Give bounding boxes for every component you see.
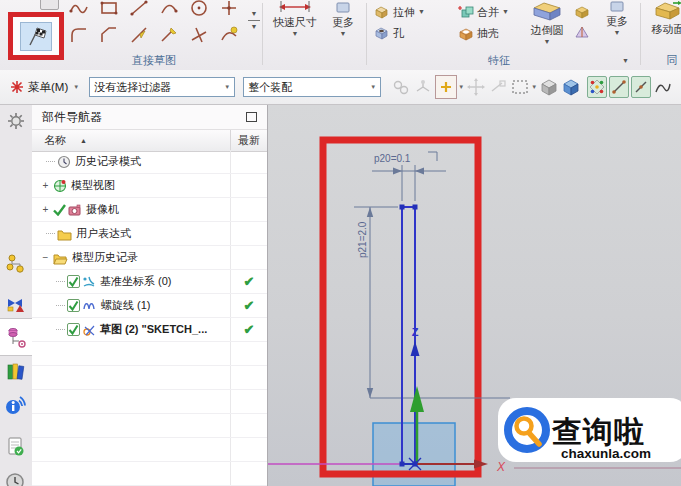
tree-item-cameras[interactable]: + 摄像机 — [32, 198, 267, 222]
endpoint-line-icon — [611, 79, 627, 95]
quick-trim-tool-button[interactable] — [124, 21, 154, 48]
tree-item-history-mode[interactable]: 历史记录模式 — [32, 150, 267, 174]
shaded-view-button[interactable] — [539, 76, 559, 98]
extrude-button[interactable]: 拉伸 ▼ — [374, 4, 425, 20]
selection-scope-dropdown[interactable]: 整个装配 ▼ — [243, 77, 381, 97]
sketch-more-button[interactable]: 更多 ▼ — [324, 2, 362, 38]
constraint-navigator-tab[interactable] — [0, 294, 32, 316]
shell-icon — [458, 25, 474, 41]
feature-more-dropdown-icon[interactable]: ▼ — [598, 29, 636, 37]
dimension-p21-text[interactable]: p21=2.0 — [357, 221, 368, 258]
tree-item-sketch[interactable]: 草图 (2) "SKETCH_... ✔ — [32, 318, 267, 342]
move-arrows-icon — [467, 78, 485, 96]
select-mode-arrow-icon[interactable]: ▼ — [531, 84, 537, 90]
endpoint-snap-toggle[interactable] — [609, 76, 629, 98]
chamfer-feature-button[interactable] — [572, 4, 592, 21]
arc-tool-button[interactable] — [154, 0, 184, 21]
assembly-constraints-button[interactable] — [413, 76, 433, 98]
watermark-domain: chaxunla.com — [561, 446, 651, 461]
add-component-arrow-icon[interactable]: ▼ — [458, 84, 464, 90]
history-palette-tab[interactable] — [0, 436, 32, 458]
gallery-up-arrow-icon[interactable]: ▼ — [248, 8, 260, 20]
show-constraints-button[interactable] — [488, 76, 508, 98]
hd3d-tools-tab[interactable] — [0, 395, 32, 417]
tree-item-datum-csys[interactable]: 基准坐标系 (0) ✔ — [32, 270, 267, 294]
select-component-button[interactable] — [391, 76, 411, 98]
expand-icon[interactable]: + — [40, 204, 51, 215]
sketch-gallery-arrows[interactable]: ▼ ▼ — [248, 8, 260, 33]
tree-item-user-expressions[interactable]: 用户表达式 — [32, 222, 267, 246]
name-column-header[interactable]: 名称 — [44, 133, 66, 148]
part-navigator-icon — [5, 326, 27, 348]
tree-item-model-history[interactable]: − 模型历史记录 — [32, 246, 267, 270]
sketch-endpoint[interactable] — [400, 205, 405, 210]
profile-tool-button[interactable] — [64, 0, 94, 21]
sort-ascending-icon[interactable]: ▲ — [80, 137, 87, 144]
sketch-endpoint[interactable] — [413, 205, 418, 210]
menu-dropdown-icon: ▼ — [73, 84, 79, 90]
float-window-icon[interactable] — [246, 112, 257, 122]
extrude-dropdown-icon[interactable]: ▼ — [418, 8, 425, 16]
add-component-button[interactable] — [435, 75, 457, 99]
move-face-icon — [653, 0, 681, 20]
curve-snap-toggle[interactable] — [653, 76, 673, 98]
part-navigator-tab[interactable] — [0, 318, 32, 356]
component-icon — [392, 78, 410, 96]
feature-group-dialog-icon[interactable]: ▼ — [622, 57, 629, 65]
z-axis-label: Z — [412, 326, 419, 338]
make-corner-icon — [188, 24, 210, 46]
rectangle-tool-button[interactable] — [94, 0, 124, 21]
gallery-down-arrow-icon[interactable]: ▼ — [248, 20, 260, 33]
quick-extend-tool-button[interactable] — [154, 21, 184, 48]
shell-button[interactable]: 抽壳 — [458, 25, 499, 41]
marquee-icon — [512, 80, 528, 94]
midpoint-snap-toggle[interactable] — [631, 76, 651, 98]
tree-item-helix[interactable]: 螺旋线 (1) ✔ — [32, 294, 267, 318]
collapse-icon[interactable]: − — [40, 252, 51, 263]
tree-item-model-views[interactable]: + 模型视图 — [32, 174, 267, 198]
selection-scope-value: 整个装配 — [248, 80, 292, 95]
resource-bar-options-button[interactable] — [0, 112, 32, 130]
menu-button[interactable]: 菜单(M) ▼ — [6, 78, 83, 97]
quick-dimension-dropdown-icon[interactable]: ▼ — [266, 30, 324, 38]
checkbox-checked-icon[interactable] — [67, 299, 80, 312]
unite-dropdown-icon[interactable]: ▼ — [502, 8, 509, 16]
graphics-window[interactable]: p20=0.1 p21=2.0 Z — [268, 105, 681, 486]
make-corner-tool-button[interactable] — [184, 21, 214, 48]
selection-filter-value: 没有选择过滤器 — [94, 80, 171, 95]
rectangle-select-button[interactable] — [510, 76, 530, 98]
unite-button[interactable]: 合并 ▼ — [458, 4, 509, 20]
chamfer-tool-button[interactable] — [94, 21, 124, 48]
nx-application-window: ▼ ▼ 直接草图 快速尺寸 ▼ 更多 ▼ 拉伸 ▼ 孔 合并 — [0, 0, 681, 486]
sketch-more-dropdown-icon[interactable]: ▼ — [324, 30, 362, 38]
move-component-button[interactable] — [466, 76, 486, 98]
hole-button[interactable]: 孔 — [374, 25, 404, 41]
offset-curve-tool-button[interactable] — [214, 21, 244, 48]
dimension-p21[interactable] — [354, 207, 510, 398]
snap-point-toggle[interactable] — [587, 76, 607, 98]
work-layer-button[interactable] — [561, 76, 581, 98]
assembly-navigator-tab[interactable] — [0, 253, 32, 275]
history-tab[interactable] — [0, 471, 32, 486]
selection-filter-dropdown[interactable]: 没有选择过滤器 ▼ — [89, 77, 235, 97]
checkbox-checked-icon[interactable] — [67, 275, 80, 288]
draft-button[interactable] — [572, 25, 592, 42]
feature-more-button[interactable]: 更多 ▼ — [598, 1, 636, 37]
quick-dimension-button[interactable]: 快速尺寸 ▼ — [266, 0, 324, 38]
checkbox-checked-icon[interactable] — [67, 323, 80, 336]
expand-icon[interactable]: + — [40, 180, 51, 191]
reuse-library-tab[interactable] — [0, 361, 32, 383]
move-face-button[interactable]: 移动面 — [646, 0, 681, 37]
finish-sketch-button[interactable] — [20, 22, 52, 51]
dimension-p20-text[interactable]: p20=0.1 — [374, 153, 411, 164]
point-tool-button[interactable] — [214, 0, 244, 21]
feature-more-icon — [610, 1, 624, 12]
edge-blend-button[interactable]: 边倒圆 ▼ — [524, 0, 570, 46]
line-tool-button[interactable] — [124, 0, 154, 21]
fillet-tool-button[interactable] — [64, 21, 94, 48]
edge-blend-dropdown-icon[interactable]: ▼ — [524, 38, 570, 46]
circle-tool-button[interactable] — [184, 0, 214, 21]
midpoint-line-icon — [633, 79, 649, 95]
graphics-canvas[interactable]: p20=0.1 p21=2.0 Z — [268, 105, 681, 486]
status-column-header[interactable]: 最新 — [230, 130, 267, 151]
